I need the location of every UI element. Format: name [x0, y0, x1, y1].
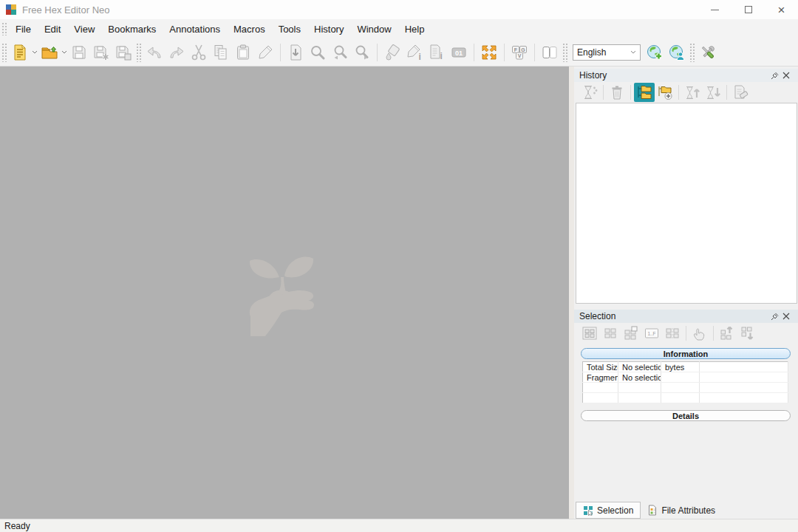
details-label: Details — [672, 412, 699, 420]
save-icon — [70, 44, 88, 61]
save-all-button[interactable] — [112, 41, 134, 64]
selection-toolbar: 1..F — [574, 323, 798, 344]
menu-annotations[interactable]: Annotations — [163, 21, 227, 38]
fill-button[interactable] — [381, 41, 403, 64]
paste-button[interactable] — [232, 41, 254, 64]
find-previous-button[interactable] — [329, 41, 351, 64]
redo-button[interactable] — [166, 41, 188, 64]
toolbar-grip[interactable] — [1, 43, 7, 62]
undo-button[interactable] — [143, 41, 166, 64]
details-expander-button[interactable]: Details — [581, 410, 791, 421]
keyboard-shortcuts-button[interactable]: F G V — [508, 41, 531, 64]
menu-history[interactable]: History — [307, 21, 350, 38]
menu-bookmarks[interactable]: Bookmarks — [101, 21, 163, 38]
minimize-button[interactable] — [698, 0, 732, 19]
split-view-button[interactable] — [539, 41, 561, 64]
save-button[interactable] — [68, 41, 90, 64]
table-row — [583, 393, 788, 403]
language-select[interactable]: English — [573, 44, 641, 61]
clear-history-button[interactable] — [607, 83, 627, 102]
apply-history-button[interactable] — [579, 83, 600, 102]
svg-text:V: V — [518, 53, 522, 58]
save-all-icon — [115, 44, 132, 61]
open-file-dropdown[interactable] — [61, 41, 68, 64]
toolbar-grip[interactable] — [689, 43, 695, 62]
new-history-folder-button[interactable] — [655, 83, 675, 102]
cell-value — [618, 393, 661, 403]
history-list[interactable] — [576, 103, 797, 304]
settings-button[interactable] — [697, 41, 719, 64]
select-all-icon — [581, 324, 598, 342]
information-expander-button[interactable]: Information — [581, 348, 791, 359]
new-history-folder-icon — [656, 83, 674, 101]
clear-selection-button[interactable] — [600, 324, 621, 343]
selection-panel-header: Selection — [574, 310, 798, 323]
goto-offset-button[interactable] — [284, 41, 307, 64]
history-toolbar — [574, 82, 798, 103]
close-button[interactable]: × — [765, 0, 798, 19]
new-file-dropdown[interactable] — [31, 41, 38, 64]
cell-label: Fragments — [583, 372, 618, 383]
cell-label — [583, 383, 618, 393]
document-area[interactable] — [0, 66, 569, 519]
copy-button[interactable] — [210, 41, 232, 64]
svg-text:G: G — [521, 47, 525, 52]
maximize-button[interactable] — [732, 0, 765, 19]
find-button[interactable] — [307, 41, 329, 64]
selection-close-button[interactable] — [780, 313, 792, 320]
app-logo-icon — [6, 4, 16, 15]
pan-selection-button[interactable] — [689, 324, 710, 343]
menu-help[interactable]: Help — [398, 21, 432, 38]
panel-toolbar-separator — [630, 85, 631, 100]
edit-pattern-button[interactable]: i — [403, 41, 426, 64]
add-language-button[interactable] — [644, 41, 666, 64]
trash-icon — [608, 83, 626, 101]
history-up-button[interactable] — [682, 83, 703, 102]
panel-toolbar-separator — [713, 326, 714, 341]
history-down-button[interactable] — [703, 83, 723, 102]
menu-macros[interactable]: Macros — [227, 21, 272, 38]
binary-view-button[interactable]: 01 — [448, 41, 470, 64]
tab-selection[interactable]: Selection — [576, 502, 641, 519]
toolbar-grip[interactable] — [562, 43, 567, 62]
select-all-button[interactable] — [579, 324, 600, 343]
cut-button[interactable] — [188, 41, 210, 64]
panel-splitter[interactable] — [569, 66, 574, 519]
language-settings-button[interactable] — [666, 41, 688, 64]
new-file-button[interactable] — [9, 41, 31, 64]
menu-window[interactable]: Window — [350, 21, 398, 38]
history-close-button[interactable] — [780, 72, 792, 79]
save-as-button[interactable] — [90, 41, 112, 64]
modify-button[interactable] — [254, 41, 276, 64]
select-range-button[interactable]: 1..F — [641, 324, 662, 343]
menu-file[interactable]: File — [9, 21, 38, 38]
tab-file-attributes[interactable]: File Attributes — [641, 502, 722, 519]
selection-pin-button[interactable] — [768, 313, 780, 321]
toolbar-grip[interactable] — [136, 43, 141, 62]
panel-toolbar-separator — [603, 85, 604, 100]
split-selection-button[interactable] — [662, 324, 683, 343]
chevron-down-icon — [32, 50, 38, 55]
purge-history-button[interactable] — [730, 83, 751, 102]
menu-edit[interactable]: Edit — [38, 21, 67, 38]
save-selection-button[interactable] — [717, 324, 737, 343]
cell-unit — [661, 383, 700, 393]
open-file-button[interactable] — [38, 41, 61, 64]
open-file-icon — [41, 44, 58, 61]
menu-tools[interactable]: Tools — [272, 21, 307, 38]
pin-icon — [771, 313, 779, 321]
show-history-tree-button[interactable] — [634, 83, 655, 102]
cell-extra — [700, 362, 788, 372]
fit-to-window-button[interactable] — [478, 41, 500, 64]
invert-selection-button[interactable] — [621, 324, 641, 343]
minimize-icon — [711, 10, 719, 10]
pattern-button[interactable]: i — [426, 41, 448, 64]
history-pin-button[interactable] — [768, 72, 780, 80]
menubar-grip[interactable] — [1, 22, 7, 35]
load-selection-button[interactable] — [737, 324, 758, 343]
find-next-button[interactable] — [351, 41, 373, 64]
tab-file-attributes-label: File Attributes — [661, 505, 715, 516]
new-file-icon — [11, 44, 29, 61]
menu-view[interactable]: View — [67, 21, 101, 38]
cell-unit: bytes — [661, 362, 700, 372]
